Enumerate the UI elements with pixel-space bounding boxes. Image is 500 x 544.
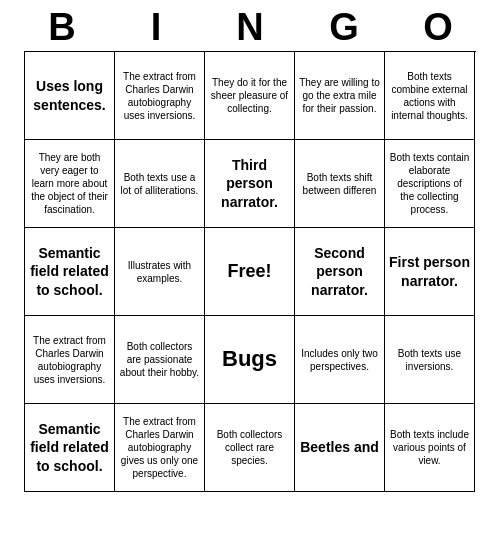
cell-r2-c2[interactable]: Free! [205, 228, 295, 316]
bingo-letter-G: G [301, 6, 387, 49]
cell-r2-c1[interactable]: Illustrates with examples. [115, 228, 205, 316]
bingo-letter-B: B [19, 6, 105, 49]
bingo-letter-I: I [113, 6, 199, 49]
cell-r1-c1[interactable]: Both texts use a lot of alliterations. [115, 140, 205, 228]
cell-r0-c0[interactable]: Uses long sentences. [25, 52, 115, 140]
cell-r4-c0[interactable]: Semantic field related to school. [25, 404, 115, 492]
bingo-letter-N: N [207, 6, 293, 49]
cell-r3-c0[interactable]: The extract from Charles Darwin autobiog… [25, 316, 115, 404]
cell-r2-c4[interactable]: First person narrator. [385, 228, 475, 316]
cell-r3-c4[interactable]: Both texts use inversions. [385, 316, 475, 404]
cell-r0-c4[interactable]: Both texts combine external actions with… [385, 52, 475, 140]
cell-r4-c3[interactable]: Beetles and [295, 404, 385, 492]
cell-r1-c0[interactable]: They are both very eager to learn more a… [25, 140, 115, 228]
cell-r0-c2[interactable]: They do it for the sheer pleasure of col… [205, 52, 295, 140]
cell-r0-c1[interactable]: The extract from Charles Darwin autobiog… [115, 52, 205, 140]
cell-r1-c2[interactable]: Third person narrator. [205, 140, 295, 228]
cell-r2-c0[interactable]: Semantic field related to school. [25, 228, 115, 316]
cell-r1-c3[interactable]: Both texts shift between differen [295, 140, 385, 228]
cell-r3-c3[interactable]: Includes only two perspectives. [295, 316, 385, 404]
cell-r0-c3[interactable]: They are willing to go the extra mile fo… [295, 52, 385, 140]
cell-r4-c4[interactable]: Both texts include various points of vie… [385, 404, 475, 492]
bingo-header: BINGO [15, 0, 485, 51]
cell-r2-c3[interactable]: Second person narrator. [295, 228, 385, 316]
cell-r4-c2[interactable]: Both collectors collect rare species. [205, 404, 295, 492]
bingo-grid: Uses long sentences.The extract from Cha… [24, 51, 476, 492]
cell-r1-c4[interactable]: Both texts contain elaborate description… [385, 140, 475, 228]
cell-r4-c1[interactable]: The extract from Charles Darwin autobiog… [115, 404, 205, 492]
cell-r3-c2[interactable]: Bugs [205, 316, 295, 404]
cell-r3-c1[interactable]: Both collectors are passionate about the… [115, 316, 205, 404]
bingo-letter-O: O [395, 6, 481, 49]
